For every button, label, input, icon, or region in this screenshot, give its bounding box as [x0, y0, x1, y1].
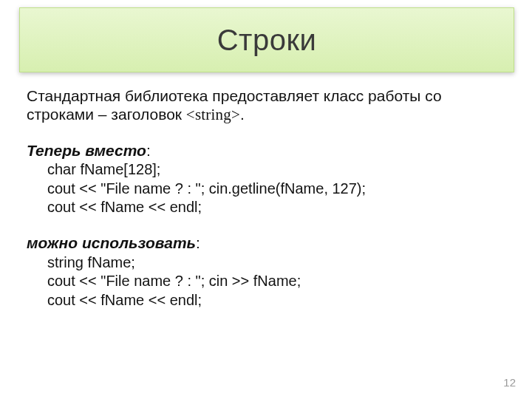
section2-heading-row: можно использовать: — [27, 234, 507, 253]
slide-title: Строки — [217, 24, 317, 57]
slide: Строки Стандартная библиотека предоставл… — [0, 0, 532, 399]
title-box: Строки — [19, 7, 514, 72]
code-line: cout << fName << endl; — [47, 292, 507, 310]
section2-colon: : — [196, 234, 200, 251]
section1-heading-row: Теперь вместо: — [27, 142, 507, 160]
section2-heading: можно использовать — [27, 234, 196, 251]
page-number: 12 — [503, 376, 516, 389]
intro-header: <string> — [186, 106, 240, 123]
section1-heading: Теперь вместо — [27, 142, 146, 159]
code-line: string fName; — [47, 254, 507, 272]
section2-code: string fName; cout << "File name ? : "; … — [47, 254, 507, 310]
section1-code: char fName[128]; cout << "File name ? : … — [47, 161, 507, 216]
intro-text: Стандартная библиотека предоставляет кла… — [27, 87, 507, 124]
body-content: Стандартная библиотека предоставляет кла… — [27, 87, 507, 311]
section1-colon: : — [146, 142, 151, 159]
intro-part2: . — [240, 106, 245, 123]
code-line: cout << "File name ? : "; cin.getline(fN… — [47, 180, 507, 198]
code-line: char fName[128]; — [47, 161, 507, 179]
code-line: cout << "File name ? : "; cin >> fName; — [47, 273, 507, 290]
code-line: cout << fName << endl; — [47, 199, 507, 216]
